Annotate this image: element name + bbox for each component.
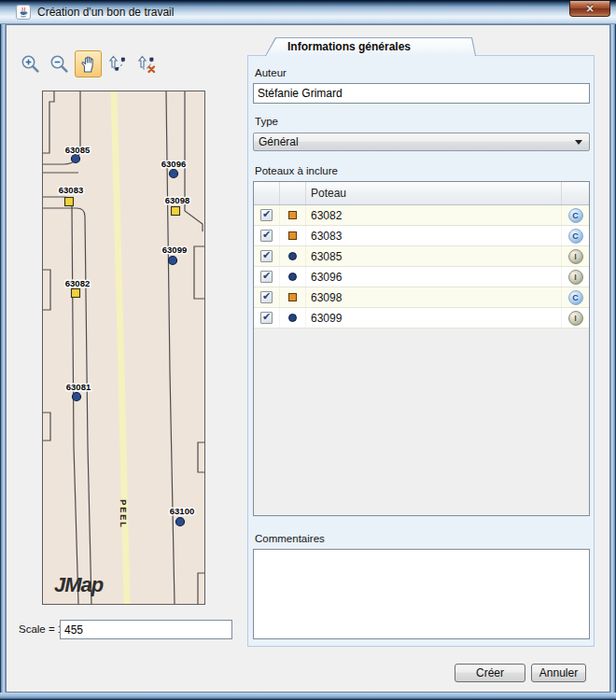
zoom-in-button[interactable]	[17, 50, 44, 77]
status-badge[interactable]: C	[568, 229, 583, 244]
commentaires-label: Commentaires	[255, 533, 325, 544]
java-app-icon	[16, 5, 31, 20]
clear-view-button[interactable]	[133, 50, 160, 77]
pole-label: 63096	[161, 159, 186, 169]
poteau-id: 63085	[306, 246, 562, 266]
row-checkbox[interactable]	[260, 271, 273, 283]
status-badge[interactable]: C	[568, 208, 583, 223]
pole-symbol-square-icon	[288, 231, 297, 240]
tab-informations-generales[interactable]: Informations générales	[265, 37, 476, 56]
dialog-window: Création d'un bon de travail ×	[0, 0, 616, 700]
row-checkbox[interactable]	[260, 209, 273, 221]
auteur-label: Auteur	[255, 67, 287, 78]
general-info-panel: Auteur Type Général Poteaux à inclure Po…	[247, 55, 595, 647]
pole-symbol-circle-icon	[288, 273, 297, 281]
status-badge[interactable]: I	[568, 270, 583, 285]
close-button[interactable]: ×	[569, 1, 610, 17]
street-name-label: PEEL	[119, 499, 128, 529]
map-canvas: 63085 63083 63082 63081 63096 63098 6309…	[43, 91, 204, 604]
scale-input[interactable]	[60, 620, 232, 639]
chevron-down-icon	[575, 140, 582, 145]
table-row[interactable]: 63098 C	[254, 287, 589, 308]
poteau-id: 63099	[306, 308, 562, 328]
table-row[interactable]: 63083 C	[254, 226, 589, 246]
header-checkbox-col	[254, 182, 280, 204]
table-row[interactable]: 63099 I	[254, 308, 589, 329]
type-label: Type	[255, 116, 278, 127]
header-action-col	[562, 182, 589, 204]
window-title: Création d'un bon de travail	[37, 6, 174, 19]
poteaux-label: Poteaux à inclure	[255, 165, 338, 176]
poteau-id: 63096	[306, 267, 562, 287]
pole-symbol-square-icon	[288, 293, 297, 301]
pole-marker-63082[interactable]	[72, 289, 80, 298]
create-button[interactable]: Créer	[455, 664, 525, 682]
row-checkbox[interactable]	[260, 312, 273, 324]
pan-hand-icon	[78, 54, 99, 75]
poteaux-table: Poteau 63082 C 63083 C 63085 I	[253, 181, 590, 516]
zoom-out-button[interactable]	[46, 50, 73, 77]
pole-marker-63083[interactable]	[65, 198, 74, 206]
window-border-right	[610, 24, 616, 700]
row-checkbox[interactable]	[260, 291, 273, 303]
map-toolbar	[17, 50, 160, 77]
table-row[interactable]: 63085 I	[254, 246, 589, 267]
previous-view-icon	[106, 53, 129, 76]
clear-view-icon	[135, 53, 158, 76]
pole-label: 63099	[162, 245, 187, 255]
pole-symbol-circle-icon	[288, 252, 297, 260]
header-symbol-col	[280, 182, 306, 204]
window-border-bottom	[0, 693, 616, 700]
type-select[interactable]: Général	[253, 133, 590, 151]
type-selected-value: Général	[259, 135, 299, 148]
zoom-out-icon	[49, 53, 71, 76]
poteau-id: 63098	[306, 287, 562, 307]
table-row[interactable]: 63096 I	[254, 267, 589, 287]
previous-view-button[interactable]	[104, 50, 131, 77]
pole-label: 63081	[66, 382, 91, 392]
pole-marker-63096[interactable]	[170, 170, 178, 178]
pole-marker-63085[interactable]	[72, 155, 80, 163]
status-badge[interactable]: I	[568, 311, 583, 326]
close-icon: ×	[586, 2, 594, 15]
zoom-in-icon	[20, 53, 42, 76]
pole-label: 63082	[65, 278, 90, 288]
jmap-logo: JMap	[54, 573, 104, 596]
row-checkbox[interactable]	[260, 250, 273, 262]
auteur-input[interactable]	[253, 83, 590, 104]
titlebar[interactable]: Création d'un bon de travail ×	[0, 0, 616, 24]
pole-label: 63085	[65, 145, 91, 155]
cancel-button[interactable]: Annuler	[531, 664, 586, 682]
poteau-id: 63082	[306, 205, 562, 225]
pole-label: 63083	[59, 185, 83, 195]
row-checkbox[interactable]	[260, 230, 273, 242]
pan-button[interactable]	[75, 50, 102, 77]
table-row[interactable]: 63082 C	[254, 205, 589, 226]
pole-label: 63100	[170, 506, 194, 516]
table-header: Poteau	[254, 182, 589, 205]
pole-marker-63100[interactable]	[176, 518, 185, 526]
status-badge[interactable]: C	[568, 290, 583, 305]
map-view[interactable]: 63085 63083 63082 63081 63096 63098 6309…	[42, 91, 205, 605]
status-badge[interactable]: I	[568, 249, 583, 264]
pole-marker-63081[interactable]	[73, 393, 81, 401]
poteau-id: 63083	[306, 226, 562, 245]
commentaires-textarea[interactable]	[253, 549, 590, 639]
pole-marker-63098[interactable]	[172, 207, 180, 216]
tab-label: Informations générales	[287, 40, 411, 53]
scale-label: Scale = 1	[19, 623, 63, 635]
pole-marker-63099[interactable]	[169, 257, 177, 265]
pole-symbol-circle-icon	[288, 314, 297, 322]
pole-symbol-square-icon	[288, 211, 297, 219]
pole-label: 63098	[165, 195, 189, 205]
header-poteau-col: Poteau	[306, 182, 562, 204]
